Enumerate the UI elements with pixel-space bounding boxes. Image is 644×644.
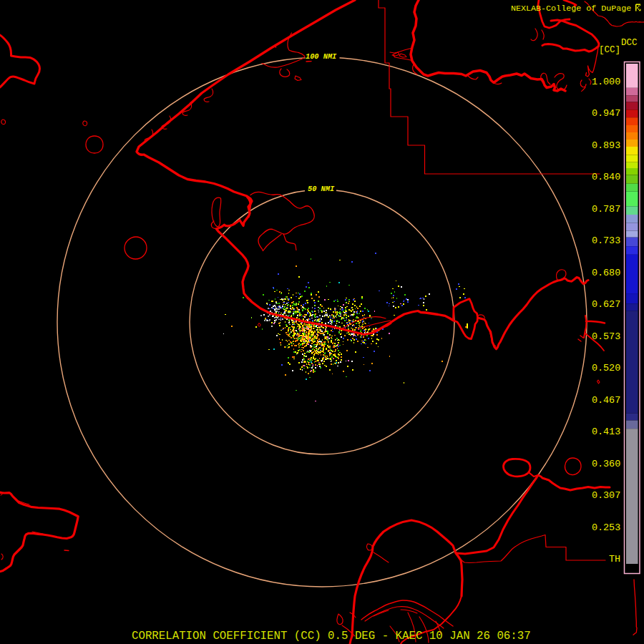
svg-text:CORRELATION COEFFICIENT (CC) 0: CORRELATION COEFFICIENT (CC) 0.5 DEG - K… [132,630,531,643]
svg-text:NEXLAB-College of DuPage: NEXLAB-College of DuPage [511,4,631,14]
svg-text:0.680: 0.680 [592,268,620,278]
svg-text:0.627: 0.627 [592,299,620,310]
svg-text:0.733: 0.733 [592,235,620,246]
svg-text:1.000: 1.000 [592,77,620,87]
svg-text:0.573: 0.573 [592,331,620,342]
svg-text:DCC: DCC [621,38,638,48]
svg-text:0.787: 0.787 [592,204,620,215]
svg-text:0.947: 0.947 [592,108,620,119]
svg-text:0.840: 0.840 [592,172,620,182]
svg-text:0.520: 0.520 [592,363,620,374]
svg-text:0.467: 0.467 [592,395,620,406]
svg-text:50 NMI: 50 NMI [308,185,335,193]
svg-text:[CC]: [CC] [599,45,620,55]
svg-text:100 NMI: 100 NMI [306,52,337,61]
svg-text:0.413: 0.413 [592,426,620,437]
svg-text:0.893: 0.893 [592,140,620,151]
svg-text:0.307: 0.307 [592,490,620,501]
svg-text:TH: TH [609,554,620,565]
svg-text:0.360: 0.360 [592,459,620,469]
svg-text:0.253: 0.253 [592,522,620,533]
